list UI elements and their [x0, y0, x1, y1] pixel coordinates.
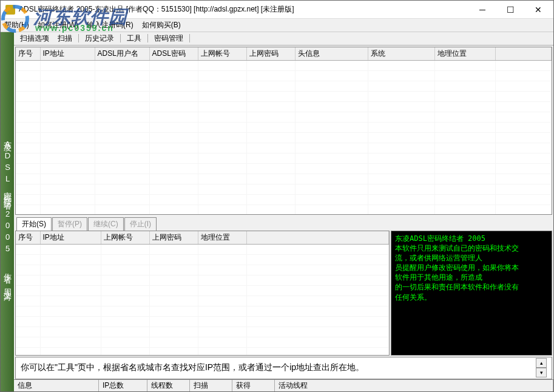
table-row[interactable] — [16, 123, 552, 133]
toolbar-scan-options[interactable]: 扫描选项 — [16, 33, 53, 44]
console-line: 流，或者供网络运营管理人 — [395, 253, 548, 263]
console-panel: 东凌ADSL密码终结者 2005本软件只用来测试自已的密码和技术交流，或者供网络… — [391, 231, 552, 356]
titlebar[interactable]: ADSL密码终结者 2005-东凌出品 [作者QQ：5151530] [http… — [1, 1, 553, 19]
table-row[interactable] — [16, 317, 389, 327]
toolbar-sep — [189, 34, 190, 42]
tab-start[interactable]: 开始(S) — [16, 217, 52, 231]
console-line: 软件用于其他用途，所造成 — [395, 272, 548, 282]
table-row[interactable] — [16, 255, 389, 265]
table-row[interactable] — [16, 348, 389, 355]
menu-help[interactable]: 帮助(H) — [4, 20, 29, 30]
control-tabs: 开始(S) 暂停(P) 继续(C) 停止(I) — [14, 217, 553, 231]
table-row[interactable] — [16, 306, 389, 317]
message-bar: 你可以在"工具"页中，根据省名或城市名查找对应IP范围，或者通过一个ip地址查出… — [15, 357, 552, 380]
table-row[interactable] — [16, 327, 389, 337]
column-header[interactable]: 上网密码 — [246, 47, 295, 61]
console-line: 的一切后果和责任同本软件和作者没有 — [395, 282, 548, 292]
table-row[interactable] — [16, 71, 552, 81]
window-title: ADSL密码终结者 2005-东凌出品 [作者QQ：5151530] [http… — [19, 4, 468, 15]
console-line: 本软件只用来测试自已的密码和技术交 — [395, 243, 548, 253]
main-area: 扫描选项 扫描 历史记录 工具 密码管理 序号IP地址ADSL用户名ADSL密码… — [14, 32, 553, 391]
table-row[interactable] — [16, 265, 389, 275]
toolbar-scan[interactable]: 扫描 — [54, 33, 76, 44]
window-controls: ─ ☐ ✕ — [468, 1, 552, 19]
menu-how-buy[interactable]: 如何购买(B) — [142, 20, 181, 30]
progress-grid-header: 序号IP地址上网帐号上网密码地理位置 — [16, 231, 389, 245]
results-grid-body[interactable] — [16, 61, 552, 214]
column-header[interactable]: 上网密码 — [149, 231, 198, 245]
app-icon — [5, 5, 15, 15]
table-row[interactable] — [16, 92, 552, 102]
table-row[interactable] — [16, 102, 552, 112]
table-row[interactable] — [16, 112, 552, 123]
message-scroll: ▴ ▾ — [536, 358, 547, 377]
status-info: 信息 — [14, 380, 99, 391]
minimize-button[interactable]: ─ — [468, 1, 496, 19]
table-row[interactable] — [16, 205, 552, 214]
toolbar-history[interactable]: 历史记录 — [81, 33, 118, 44]
message-scroll-down[interactable]: ▾ — [536, 368, 547, 377]
column-header[interactable]: 序号 — [16, 231, 40, 245]
table-row[interactable] — [16, 133, 552, 143]
status-ip-total: IP总数 — [99, 380, 147, 391]
column-header[interactable]: 地理位置 — [198, 231, 246, 245]
column-header[interactable]: ADSL用户名 — [95, 47, 149, 61]
column-header[interactable] — [246, 231, 389, 245]
column-header[interactable]: ADSL密码 — [149, 47, 198, 61]
toolbar: 扫描选项 扫描 历史记录 工具 密码管理 — [14, 32, 553, 46]
message-text: 你可以在"工具"页中，根据省名或城市名查找对应IP范围，或者通过一个ip地址查出… — [21, 362, 364, 373]
tab-continue[interactable]: 继续(C) — [88, 217, 124, 231]
table-row[interactable] — [16, 61, 552, 71]
column-header[interactable]: 地理位置 — [434, 47, 495, 61]
statusbar: 信息 IP总数 线程数 扫描 获得 活动线程 — [14, 379, 553, 391]
results-grid-header: 序号IP地址ADSL用户名ADSL密码上网帐号上网密码头信息系统地理位置 — [16, 47, 552, 61]
toolbar-pwd-manage[interactable]: 密码管理 — [150, 33, 187, 44]
column-header[interactable]: 上网帐号 — [198, 47, 246, 61]
column-header[interactable]: IP地址 — [40, 47, 95, 61]
column-header[interactable]: IP地址 — [40, 231, 101, 245]
console-line: 任何关系。 — [395, 292, 548, 302]
status-threads: 线程数 — [147, 380, 190, 391]
table-row[interactable] — [16, 174, 552, 184]
menu-input-regcode[interactable]: 输入注册码(R) — [87, 20, 133, 30]
table-row[interactable] — [16, 164, 552, 174]
progress-grid[interactable]: 序号IP地址上网帐号上网密码地理位置 — [15, 231, 390, 356]
tab-pause[interactable]: 暂停(P) — [52, 217, 87, 231]
console-line: 员提醒用户修改密码使用，如果你将本 — [395, 263, 548, 272]
table-row[interactable] — [16, 143, 552, 154]
tab-stop[interactable]: 停止(I) — [124, 217, 157, 231]
table-row[interactable] — [16, 184, 552, 195]
menubar: 帮助(H) 如何注册(W) 输入注册码(R) 如何购买(B) — [1, 19, 553, 32]
column-header[interactable]: 序号 — [16, 47, 40, 61]
toolbar-sep — [147, 34, 148, 42]
column-header[interactable]: 头信息 — [295, 47, 368, 61]
table-row[interactable] — [16, 286, 389, 296]
table-row[interactable] — [16, 296, 389, 306]
status-active-threads: 活动线程 — [275, 380, 553, 391]
toolbar-tools[interactable]: 工具 — [123, 33, 145, 44]
close-button[interactable]: ✕ — [524, 1, 552, 19]
table-row[interactable] — [16, 154, 552, 164]
status-got: 获得 — [232, 380, 275, 391]
console-line: 东凌ADSL密码终结者 2005 — [395, 234, 548, 243]
table-row[interactable] — [16, 81, 552, 92]
table-row[interactable] — [16, 337, 389, 348]
results-grid[interactable]: 序号IP地址ADSL用户名ADSL密码上网帐号上网密码头信息系统地理位置 — [15, 47, 552, 215]
progress-grid-body[interactable] — [16, 245, 389, 355]
status-scan: 扫描 — [190, 380, 232, 391]
table-row[interactable] — [16, 245, 389, 255]
table-row[interactable] — [16, 195, 552, 205]
table-row[interactable] — [16, 275, 389, 286]
column-header[interactable] — [495, 47, 552, 61]
message-scroll-up[interactable]: ▴ — [536, 358, 547, 368]
column-header[interactable]: 系统 — [368, 47, 434, 61]
vertical-brand-strip: 东凌ADSL密码终结者 2005 作者：周文涛 — [1, 32, 14, 391]
column-header[interactable]: 上网帐号 — [101, 231, 149, 245]
maximize-button[interactable]: ☐ — [496, 1, 524, 19]
app-window: ADSL密码终结者 2005-东凌出品 [作者QQ：5151530] [http… — [0, 0, 554, 392]
toolbar-sep — [78, 34, 79, 42]
toolbar-sep — [120, 34, 121, 42]
menu-how-register[interactable]: 如何注册(W) — [38, 20, 78, 30]
